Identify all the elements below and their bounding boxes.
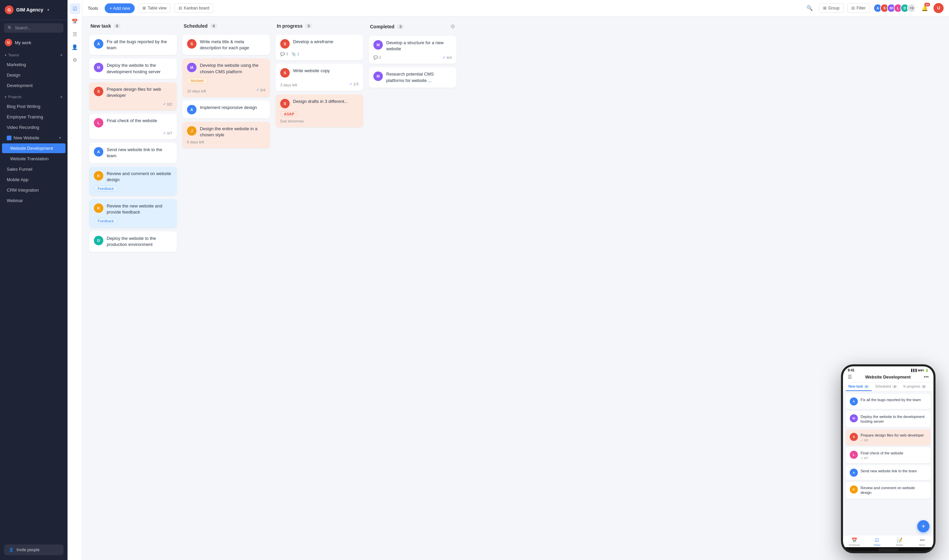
phone-fab-btn[interactable]: +	[917, 520, 929, 532]
phone-tab-new-task[interactable]: New task 8	[846, 383, 872, 391]
card-design-drafts[interactable]: S Design drafts in 3 different... ASAP D…	[275, 94, 363, 127]
phone-tab-in-progress[interactable]: In progress 3	[901, 383, 929, 391]
sidebar-item-new-website[interactable]: New Website ▾	[2, 133, 65, 143]
sidebar-logo[interactable]: G GIM Agency ▾	[0, 0, 68, 20]
sidebar-item-sales-funnel[interactable]: Sales Funnel	[2, 164, 65, 174]
sidebar-item-webinar[interactable]: Webinar	[2, 196, 65, 205]
card-deploy-production[interactable]: D Deploy the website to the production e…	[89, 231, 177, 252]
invite-label: Invite people	[17, 548, 40, 552]
phone-tab-scheduled[interactable]: Scheduled 4	[872, 383, 900, 391]
phone-nav-notes[interactable]: 📝 Notes	[888, 537, 911, 546]
phone-nav-tasks-label: Tasks	[873, 543, 880, 546]
sidebar-item-design[interactable]: Design	[2, 70, 65, 80]
table-view-btn[interactable]: ⊞ Table view	[138, 3, 171, 13]
sidebar-item-website-development[interactable]: Website Development	[2, 143, 65, 153]
card-prepare-design[interactable]: S Prepare design files for web developer…	[89, 82, 177, 110]
column-settings-icon[interactable]: ⚙	[451, 23, 455, 30]
kanban-board: New task 8 A Fix all the bugs reported b…	[82, 17, 949, 560]
asap-tag: ASAP	[280, 111, 298, 117]
phone-title: Website Development	[865, 374, 911, 380]
phone-card-2[interactable]: M Deploy the website to the development …	[846, 411, 931, 428]
column-completed-header: Completed 3 ⚙	[369, 23, 457, 32]
sidebar-item-marketing[interactable]: Marketing	[2, 60, 65, 69]
card-write-copy[interactable]: S Write website copy 3 days left ✓ 1/3	[275, 64, 363, 91]
search-button[interactable]: 🔍	[804, 3, 815, 14]
tools-label: Tools	[88, 6, 98, 11]
filter-label: Filter	[856, 6, 866, 11]
phone-card-6[interactable]: K Review and comment on website design	[846, 482, 931, 498]
schedule-icon: 📅	[852, 537, 857, 543]
card-title: Write website copy	[293, 68, 330, 74]
group-label: Group	[828, 6, 839, 11]
add-new-button[interactable]: + Add new	[105, 3, 135, 13]
icon-list[interactable]: ☰	[69, 29, 80, 40]
phone-card-5[interactable]: A Send new website link to the team	[846, 465, 931, 480]
user-avatar[interactable]: U	[934, 3, 944, 13]
projects-add-btn[interactable]: +	[60, 94, 63, 100]
card-review-new-website[interactable]: K Review the new website and provide fee…	[89, 199, 177, 228]
card-review-comment[interactable]: K Review and comment on website design F…	[89, 167, 177, 196]
phone-more-icon[interactable]: •••	[924, 374, 929, 380]
icon-person[interactable]: 👤	[69, 42, 80, 52]
card-title: Send new website link to the team	[107, 147, 172, 159]
group-button[interactable]: ⊞ Group	[819, 3, 844, 13]
sidebar-item-blog-post[interactable]: Blog Post Writing	[2, 102, 65, 111]
icon-calendar[interactable]: 📅	[69, 16, 80, 27]
card-fix-bugs[interactable]: A Fix all the bugs reported by the team	[89, 35, 177, 55]
card-final-check[interactable]: L Final check of the website ✓ 0/7	[89, 114, 177, 139]
filter-icon: ⊟	[852, 6, 855, 11]
check-count: ✓ 1/3	[349, 82, 358, 86]
search-bar[interactable]: 🔍 Search...	[4, 23, 63, 33]
card-send-link[interactable]: A Send new website link to the team	[89, 143, 177, 163]
column-new-task-count: 8	[114, 24, 120, 28]
notification-button[interactable]: 🔔 24	[919, 3, 930, 14]
column-scheduled-count: 4	[210, 24, 217, 28]
sidebar-item-website-translation[interactable]: Website Translation	[2, 154, 65, 164]
icon-settings-strip[interactable]: ⚙	[69, 55, 80, 65]
phone-card-title: Fix all the bugs reported by the team	[861, 397, 927, 402]
sidebar-item-video-recording[interactable]: Video Recording	[2, 123, 65, 132]
card-title: Develop a structure for a new website	[386, 40, 452, 52]
phone-nav-more[interactable]: ••• More	[911, 537, 934, 546]
more-icon: •••	[920, 537, 925, 543]
table-view-label: Table view	[148, 6, 167, 11]
phone-card-1[interactable]: A Fix all the bugs reported by the team	[846, 394, 931, 409]
phone-nav-tasks[interactable]: ☑ Tasks	[866, 537, 888, 546]
card-responsive-design[interactable]: A Implement responsive design	[182, 100, 270, 118]
kanban-board-btn[interactable]: ⊟ Kanban board	[174, 3, 213, 13]
card-title: Deploy the website to the development ho…	[107, 62, 172, 75]
filter-button[interactable]: ⊟ Filter	[847, 3, 870, 13]
sidebar-item-crm-integration[interactable]: CRM Integration	[2, 185, 65, 195]
card-title: Develop a wireframe	[293, 39, 333, 45]
projects-label: Projects	[8, 95, 22, 99]
phone-card-avatar: S	[850, 433, 858, 441]
phone-card-4[interactable]: L Final check of the website ✓ 0/7	[846, 447, 931, 463]
invite-people-btn[interactable]: 👤 Invite people	[4, 545, 63, 555]
phone-nav-schedule[interactable]: 📅 Schedule	[843, 537, 866, 546]
main-area: Tools + Add new ⊞ Table view ⊟ Kanban bo…	[82, 0, 949, 560]
card-research-cms[interactable]: M Research potential CMS platforms for w…	[369, 67, 457, 88]
sidebar-item-employee-training[interactable]: Employee Training	[2, 112, 65, 122]
card-title: Prepare design files for web developer	[107, 86, 172, 98]
card-wireframe[interactable]: S Develop a wireframe 💬 3 📎 1	[275, 35, 363, 60]
column-in-progress-header: In progress 3	[275, 23, 363, 31]
search-placeholder: Search...	[15, 26, 31, 30]
phone-home-indicator	[878, 549, 898, 551]
card-meta: 💬 2	[373, 55, 381, 60]
card-develop-cms[interactable]: M Develop the website using the chosen C…	[182, 58, 270, 97]
check-count: ✓ 0/2	[163, 102, 172, 106]
sidebar-item-development[interactable]: Development	[2, 81, 65, 91]
card-deploy-dev[interactable]: M Deploy the website to the development …	[89, 58, 177, 78]
card-meta-title[interactable]: S Write meta title & meta description fo…	[182, 35, 270, 55]
phone-menu-icon[interactable]: ☰	[848, 374, 852, 380]
my-work-item[interactable]: U My work	[0, 36, 68, 49]
icon-tasks[interactable]: ☑	[69, 3, 80, 14]
card-structure-website[interactable]: M Develop a structure for a new website …	[369, 36, 457, 64]
card-design-style[interactable]: J Design the entire website in a chosen …	[182, 122, 270, 148]
phone-tabs: New task 8 Scheduled 4 In progress 3	[843, 383, 934, 391]
sidebar-item-mobile-app[interactable]: Mobile App	[2, 175, 65, 185]
teams-add-btn[interactable]: +	[60, 52, 63, 58]
toolbar-right: 🔍 ⊞ Group ⊟ Filter A S M L D +3 🔔 24 U	[804, 3, 944, 14]
phone-card-3[interactable]: S Prepare design files for web developer…	[846, 429, 931, 445]
column-completed-count: 3	[397, 24, 404, 29]
